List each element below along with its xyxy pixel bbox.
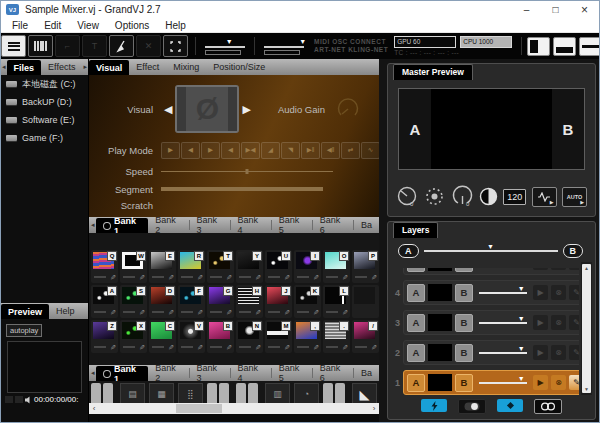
drive-item[interactable]: Game (F:) [1, 129, 88, 147]
master-speed-knob[interactable]: 0 [451, 185, 474, 208]
crossfader-handle[interactable]: ▼ [487, 243, 494, 250]
visual-cell-J[interactable]: J✎ [265, 285, 292, 318]
menu-file[interactable]: File [4, 20, 36, 31]
visual-cell-A[interactable]: A✎ [91, 285, 118, 318]
bank1-tab-bank-3[interactable]: Bank 3 [189, 217, 229, 233]
edit-pencil-icon[interactable]: ✎ [342, 274, 348, 282]
play-mode-loop-forward-icon[interactable]: ▶ [161, 142, 180, 159]
tab-visual-position-size[interactable]: Position/Size [206, 59, 272, 75]
layer-slider-handle[interactable]: ▼ [518, 345, 525, 352]
layer-opacity-slider[interactable]: ▼ [479, 382, 527, 384]
bank1-tab-overflow[interactable]: Ba [354, 217, 379, 233]
sample-pad[interactable] [207, 381, 234, 403]
list-view-button[interactable] [1, 35, 26, 57]
play-mode-reverse-pause-icon[interactable]: ◀‖ [321, 142, 340, 159]
edit-pencil-icon[interactable]: ✎ [226, 274, 232, 282]
speed-slider[interactable] [161, 171, 333, 172]
drive-item[interactable]: BackUP (D:) [1, 93, 88, 111]
menu-help[interactable]: Help [157, 20, 194, 31]
layer-row-3[interactable]: 3AB▼▶⊗✎ [392, 310, 579, 335]
edit-pencil-icon[interactable]: ✎ [110, 344, 116, 352]
segment-slider[interactable] [161, 187, 323, 191]
layout-left-button[interactable] [527, 37, 550, 56]
layer-edit-button[interactable]: ✎ [569, 375, 579, 390]
edit-pencil-icon[interactable]: ✎ [313, 344, 319, 352]
tab-preview-preview[interactable]: Preview [1, 304, 49, 319]
visual-cell-.[interactable]: .✎ [323, 320, 350, 353]
tab-files-effects[interactable]: Effects [41, 59, 82, 75]
edit-pencil-icon[interactable]: ✎ [110, 274, 116, 282]
edit-pencil-icon[interactable]: ✎ [168, 309, 174, 317]
text-tool-button[interactable]: T [82, 35, 107, 57]
visual-prev-arrow[interactable]: ◀ [161, 103, 175, 116]
layer-deck-b-button[interactable]: B [455, 268, 473, 272]
layer-deck-a-button[interactable]: A [407, 314, 425, 332]
play-mode-ramp-out-icon[interactable]: ◥ [281, 142, 300, 159]
edit-pencil-icon[interactable]: ✎ [284, 274, 290, 282]
layer-clear-button[interactable]: ⊗ [551, 285, 566, 300]
scroll-right-arrow[interactable]: › [369, 403, 379, 414]
diagonal-pad-icon[interactable]: ◣ [352, 381, 379, 403]
bank1-tab-bank-6[interactable]: Bank 6 [313, 217, 353, 233]
visual-cell-C[interactable]: C✎ [149, 320, 176, 353]
play-mode-play-pause-icon[interactable]: ▶‖ [301, 142, 320, 159]
auto-bpm-button[interactable]: AUTO ▶ [562, 187, 587, 207]
sample-pad[interactable] [323, 381, 350, 403]
edit-pencil-icon[interactable]: ✎ [255, 309, 261, 317]
master-level-knob[interactable]: 0 [396, 185, 419, 208]
visual-cell-P[interactable]: P✎ [352, 250, 379, 283]
piano-view-button[interactable] [28, 35, 53, 57]
layer-clear-button[interactable]: ⊗ [551, 375, 566, 390]
visual-cell-Q[interactable]: Q✎ [91, 250, 118, 283]
menu-options[interactable]: Options [107, 20, 157, 31]
dots-pad-icon[interactable]: ⣿ [178, 381, 205, 403]
edit-pencil-icon[interactable]: ✎ [255, 344, 261, 352]
bank2-tab-bank-1[interactable]: Bank 1 [96, 366, 148, 381]
layer-slider-handle[interactable]: ▼ [518, 285, 525, 292]
layer-row-1[interactable]: 1AB▼▶⊗✎ [392, 370, 579, 395]
layer-row-5[interactable]: 5AB▼▶⊗✎ [392, 268, 579, 275]
sample-pad[interactable] [236, 381, 263, 403]
tab-files-files[interactable]: Files [7, 60, 42, 75]
menu-edit[interactable]: Edit [36, 20, 69, 31]
tabs-left-arrow[interactable]: ◂ [1, 59, 7, 75]
audio-analysis-button[interactable]: ▶ [532, 187, 557, 207]
contrast-icon[interactable] [479, 187, 498, 206]
edit-pencil-icon[interactable]: ✎ [284, 309, 290, 317]
play-mode-random-icon[interactable]: ⇄ [341, 142, 360, 159]
scroll-left-arrow[interactable]: ‹ [89, 403, 99, 414]
edit-pencil-icon[interactable]: ✎ [313, 309, 319, 317]
visual-cell-M[interactable]: M✎ [265, 320, 292, 353]
edit-pencil-icon[interactable]: ✎ [168, 274, 174, 282]
edit-pencil-icon[interactable]: ✎ [342, 344, 348, 352]
brightness-icon[interactable] [424, 186, 445, 207]
mic-gain-slider[interactable]: ▼ [205, 40, 245, 53]
cut-transition-button[interactable] [497, 399, 523, 412]
layer-deck-b-button[interactable]: B [455, 314, 473, 332]
layer-edit-button[interactable]: ✎ [569, 268, 579, 270]
layer-opacity-slider[interactable]: ▼ [479, 292, 527, 294]
layer-deck-b-button[interactable]: B [455, 344, 473, 362]
edit-pencil-icon[interactable]: ✎ [371, 344, 377, 352]
visual-cell-E[interactable]: E✎ [149, 250, 176, 283]
crossfader-b-button[interactable]: B [563, 244, 584, 258]
edit-pencil-icon[interactable]: ✎ [197, 344, 203, 352]
master-volume-slider[interactable]: ▼ [264, 40, 304, 53]
step-forward-button[interactable]: ⌐ [55, 35, 80, 57]
edit-pencil-icon[interactable]: ✎ [371, 274, 377, 282]
layer-play-button[interactable]: ▶ [533, 268, 548, 270]
drive-item[interactable]: 本地磁盘 (C:) [1, 75, 88, 93]
layer-play-button[interactable]: ▶ [533, 315, 548, 330]
layer-deck-a-button[interactable]: A [407, 374, 425, 392]
visual-cell-O[interactable]: O✎ [323, 250, 350, 283]
bank1-tab-bank-4[interactable]: Bank 4 [231, 217, 271, 233]
preview-transport-button[interactable] [15, 396, 23, 403]
edit-pencil-icon[interactable]: ✎ [313, 274, 319, 282]
bank1-tab-bank-1[interactable]: Bank 1 [96, 218, 148, 233]
layers-tab[interactable]: Layers [393, 222, 438, 238]
edit-pencil-icon[interactable]: ✎ [284, 344, 290, 352]
visual-cell[interactable] [352, 285, 379, 318]
layer-clear-button[interactable]: ⊗ [551, 345, 566, 360]
edit-pencil-icon[interactable]: ✎ [168, 344, 174, 352]
visual-cell-U[interactable]: U✎ [265, 250, 292, 283]
